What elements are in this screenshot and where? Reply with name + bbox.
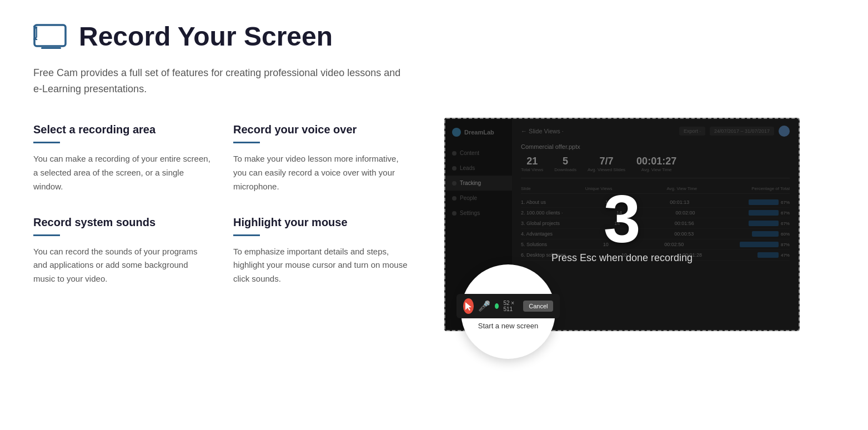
row-views: 10 [603,242,609,247]
row-time: 00:02:00 [675,210,695,216]
feature-text-system-sounds: You can record the sounds of your progra… [33,245,211,286]
feature-text-select-area: You can make a recording of your entire … [33,152,211,193]
features-section: Select a recording area You can make a r… [33,123,411,308]
file-name: Commercial offer.pptx [521,143,790,150]
feature-text-voice-over: To make your video lesson more informati… [233,152,411,193]
col-slide: Slide [521,186,531,191]
cursor-icon [464,301,472,311]
stat-value-3: 00:01:27 [636,156,676,167]
feature-title-select-area: Select a recording area [33,123,211,136]
top-bar: ← Slide Views · Export · 24/07/2017 – 31… [521,126,790,137]
stat-label-3: Avg. View Time [636,167,676,172]
bar-container: 47% [757,252,790,258]
stat-label-0: Total Views [521,167,543,172]
nav-dot [452,166,456,171]
feature-divider-3 [33,234,60,236]
row-name: 1. About us [521,199,546,205]
green-indicator [495,303,499,309]
cancel-button[interactable]: Cancel [523,301,553,312]
row-name: 2. 100.000 clients · [521,210,563,216]
bar-pct: 67% [781,200,790,205]
bar-container: 60% [752,231,790,237]
sidebar-item-content[interactable]: Content [445,146,512,161]
feature-select-area: Select a recording area You can make a r… [33,123,211,193]
bar-pct: 67% [781,211,790,216]
app-name: DreamLab [464,129,494,136]
table-row: 6. Desktop solutions 10 00:01:28 47% [521,250,790,261]
feature-title-highlight-mouse: Highlight your mouse [233,216,411,229]
bar-pct: 67% [781,221,790,226]
app-logo: DreamLab [445,128,512,146]
recording-circle: 🎤 52 × 511 Cancel Start a new screen [461,264,555,359]
row-views: 10 [621,252,627,258]
screenshot-section: DreamLab Content Leads Tracking [444,118,835,331]
row-time: 00:01:56 [675,221,694,226]
table-row: 1. About us 14 00:01:13 67% [521,197,790,208]
row-name: 6. Desktop solutions [521,252,566,258]
bar-fill [757,252,779,258]
bar-fill [740,242,779,247]
row-time: 00:02:50 [664,242,684,247]
bar-fill [749,199,779,205]
row-time: 00:01:28 [683,252,702,258]
table-row: 3. Global projects 14 00:01:56 67% [521,218,790,229]
stat-value-2: 7/7 [588,156,625,167]
stat-value-1: 5 [554,156,576,167]
svg-rect-0 [34,25,66,46]
bar-container: 67% [749,221,790,226]
col-pct: Percentage of Total [751,186,790,191]
bar-fill [752,231,779,237]
nav-dot [452,196,456,201]
stats-row: 21 Total Views 5 Downloads 7/7 Avg. View… [521,156,790,178]
table-row: 4. Advantages 10 00:00:53 60% [521,229,790,239]
screen-record-icon [33,23,69,51]
stat-downloads: 5 Downloads [554,156,576,172]
bar-container: 67% [749,210,790,216]
bar-container: 87% [740,242,790,247]
bar-pct: 47% [781,253,790,258]
stat-label-1: Downloads [554,167,576,172]
bar-container: 67% [749,199,790,205]
stat-avg-time: 00:01:27 Avg. View Time [636,156,676,172]
feature-divider-2 [233,142,260,143]
breadcrumb: ← Slide Views · [521,128,564,134]
bar-pct: 60% [781,232,790,237]
feature-divider-1 [33,142,60,143]
row-time: 00:00:53 [674,231,694,237]
col-time: Avg. View Time [666,186,697,191]
recording-toolbar: 🎤 52 × 511 Cancel [456,294,560,318]
feature-title-system-sounds: Record system sounds [33,216,211,229]
sidebar-item-tracking[interactable]: Tracking [445,176,512,191]
sidebar-label-settings: Settings [460,210,480,216]
page-subtitle: Free Cam provides a full set of features… [33,65,411,97]
row-name: 3. Global projects [521,221,560,226]
feature-title-voice-over: Record your voice over [233,123,411,136]
table-row: 5. Solutions 10 00:02:50 87% [521,239,790,250]
avatar [779,126,790,137]
row-time: 00:01:13 [670,199,689,205]
row-views: 14 [605,199,611,205]
row-name: 4. Advantages [521,231,553,237]
nav-dot [452,211,456,216]
record-button[interactable] [463,298,474,314]
bar-fill [749,210,779,216]
bar-pct: 87% [781,242,790,247]
stat-total-views: 21 Total Views [521,156,543,172]
export-label: Export · [679,127,705,136]
nav-dot [452,151,456,156]
screen-mockup: DreamLab Content Leads Tracking [444,118,800,331]
sidebar-item-people[interactable]: People [445,191,512,206]
row-views: 14 [616,210,622,216]
feature-text-highlight-mouse: To emphasize important details and steps… [233,245,411,286]
sidebar-item-settings[interactable]: Settings [445,206,512,221]
sidebar-item-leads[interactable]: Leads [445,161,512,176]
sidebar-label-leads: Leads [460,165,475,171]
content-layout: Select a recording area You can make a r… [33,123,835,331]
feature-voice-over: Record your voice over To make your vide… [233,123,411,193]
row-views: 14 [614,221,620,226]
table-row: 2. 100.000 clients · 14 00:02:00 67% [521,208,790,218]
feature-system-sounds: Record system sounds You can record the … [33,216,211,286]
bar-fill [749,221,779,226]
nav-dot [452,181,456,186]
sidebar-label-content: Content [460,150,479,156]
